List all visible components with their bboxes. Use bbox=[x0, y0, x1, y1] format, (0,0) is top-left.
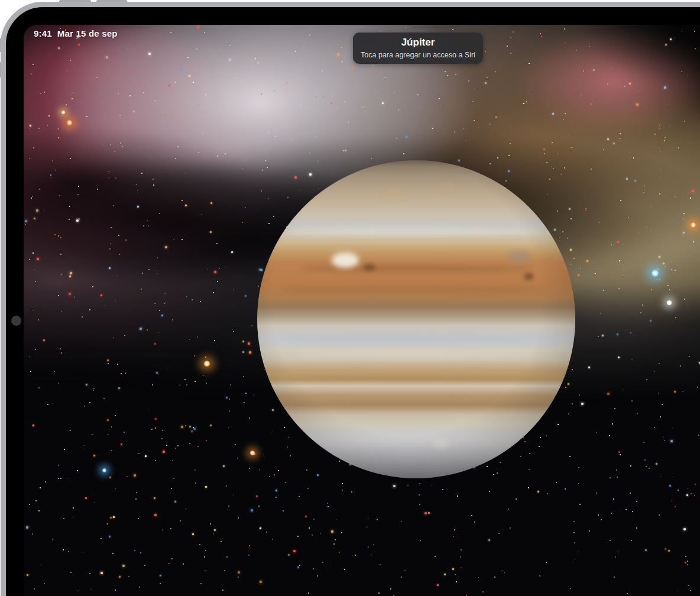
status-time: 9:41 bbox=[34, 28, 52, 38]
bright-star bbox=[667, 300, 672, 305]
planet-jupiter[interactable] bbox=[257, 160, 575, 478]
banner-subtitle: Toca para agregar un acceso a Siri bbox=[355, 50, 481, 60]
bright-star bbox=[102, 468, 106, 472]
front-camera bbox=[11, 316, 21, 326]
status-bar: 9:41Mar 15 de sep bbox=[34, 28, 123, 38]
banner-title: Júpiter bbox=[355, 36, 481, 49]
bright-star bbox=[652, 270, 659, 277]
bright-star bbox=[250, 451, 255, 455]
planet-limb-shading bbox=[257, 160, 575, 478]
bright-star bbox=[61, 111, 65, 114]
bright-star bbox=[204, 361, 210, 367]
bright-star bbox=[691, 222, 696, 228]
bright-star bbox=[67, 120, 72, 125]
siri-suggestion-banner[interactable]: Júpiter Toca para agregar un acceso a Si… bbox=[353, 33, 483, 64]
screen: 9:41Mar 15 de sep Júpiter Toca para agre… bbox=[24, 25, 700, 596]
status-date: Mar 15 de sep bbox=[57, 28, 118, 38]
ipad-device: 9:41Mar 15 de sep Júpiter Toca para agre… bbox=[0, 0, 700, 596]
